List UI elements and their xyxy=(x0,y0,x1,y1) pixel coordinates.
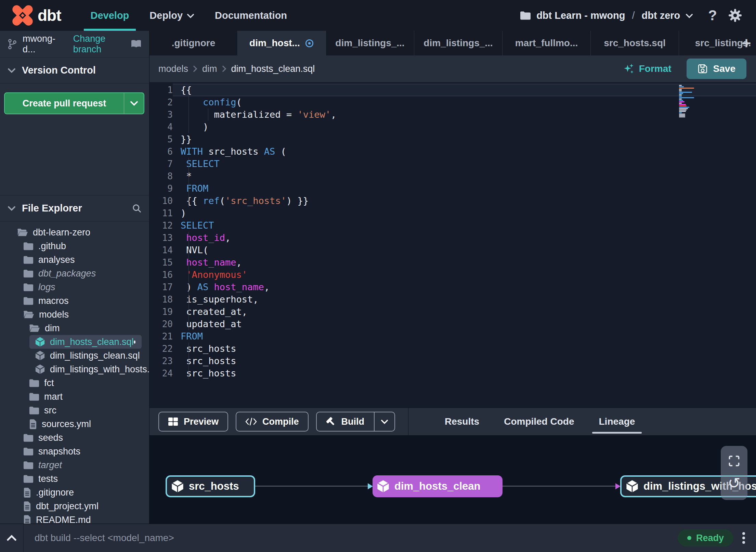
tree-item-dim-listings-with-hosts[interactable]: dim_listings_with_hosts... xyxy=(0,362,149,376)
kebab-menu-icon[interactable] xyxy=(742,532,745,544)
tree-item-github[interactable]: .github xyxy=(0,239,149,253)
tree-item-tests[interactable]: tests xyxy=(0,472,149,486)
save-button[interactable]: Save xyxy=(687,59,746,79)
new-tab-button[interactable]: + xyxy=(739,31,754,55)
code-line[interactable]: 11) xyxy=(149,207,756,219)
nav-deploy[interactable]: Deploy xyxy=(139,0,205,31)
refresh-icon[interactable]: ↺ xyxy=(728,476,741,491)
button-preview[interactable]: Preview xyxy=(158,412,228,432)
version-control-header[interactable]: Version Control xyxy=(0,57,149,84)
tree-item-seeds[interactable]: seeds xyxy=(0,431,149,445)
tree-item-mart[interactable]: mart xyxy=(0,390,149,403)
tree-item-fct[interactable]: fct xyxy=(0,376,149,390)
line-number: 17 xyxy=(149,281,173,293)
code-line[interactable]: 14 NVL( xyxy=(149,244,756,256)
lineage-node-label: src_hosts xyxy=(189,480,239,492)
change-branch-link[interactable]: Change branch xyxy=(73,34,131,55)
code-line[interactable]: 23 src_hosts xyxy=(149,355,756,367)
code-line[interactable]: 20 updated_at xyxy=(149,318,756,330)
tab-mart-fullmo[interactable]: mart_fullmo... xyxy=(503,31,591,55)
code-line[interactable]: 5}} xyxy=(149,133,756,145)
code-line[interactable]: 6WITH src_hosts AS ( xyxy=(149,145,756,158)
tree-item-analyses[interactable]: analyses xyxy=(0,253,149,267)
tab-dim-host[interactable]: dim_host... xyxy=(238,31,326,55)
fullscreen-icon[interactable] xyxy=(729,455,740,466)
code-line[interactable]: 21FROM xyxy=(149,330,756,343)
code-line[interactable]: 15 host_name, xyxy=(149,256,756,269)
search-icon[interactable] xyxy=(132,204,142,213)
pull-request-dropdown-chevron[interactable] xyxy=(124,93,144,114)
tree-item-dim[interactable]: dim xyxy=(0,321,149,335)
version-control-title: Version Control xyxy=(22,65,96,76)
dbt-logo[interactable]: dbt xyxy=(12,4,61,26)
code-line[interactable]: 16 'Anonymous' xyxy=(149,269,756,281)
create-pull-request-button[interactable]: Create pull request xyxy=(4,92,144,114)
nav-label: Develop xyxy=(91,10,129,21)
tree-item-dbt-learn-zero[interactable]: dbt-learn-zero xyxy=(0,226,149,239)
folder-open-icon xyxy=(23,310,34,319)
code-line[interactable]: 18 is_superhost, xyxy=(149,293,756,306)
lineage-node-dim-hosts-clean[interactable]: dim_hosts_clean xyxy=(373,475,503,497)
line-number: 1 xyxy=(149,84,173,96)
project-picker[interactable]: dbt Learn - mwong / dbt zero xyxy=(520,10,693,21)
button-compile[interactable]: Compile xyxy=(236,412,309,432)
tree-item-logs[interactable]: logs xyxy=(0,280,149,294)
tab-gitignore[interactable]: .gitignore xyxy=(149,31,238,55)
panel-tab-results[interactable]: Results xyxy=(432,408,492,435)
panel-tab-lineage[interactable]: Lineage xyxy=(587,408,648,435)
code-line[interactable]: 17 ) AS host_name, xyxy=(149,281,756,293)
code-line[interactable]: 7 SELECT xyxy=(149,158,756,170)
create-pull-request-label[interactable]: Create pull request xyxy=(5,93,124,114)
tree-item-snapshots[interactable]: snapshots xyxy=(0,445,149,458)
breadcrumb-segment[interactable]: dim xyxy=(202,64,217,74)
code-line[interactable]: 22 src_hosts xyxy=(149,343,756,355)
code-editor[interactable]: 1{{2 config(3 materialized = 'view',4 )5… xyxy=(149,82,756,408)
code-line[interactable]: 2 config( xyxy=(149,96,756,108)
tree-item-src[interactable]: src xyxy=(0,403,149,417)
tab-dim-listings[interactable]: dim_listings_... xyxy=(414,31,503,55)
tree-item-gitignore[interactable]: .gitignore xyxy=(0,486,149,499)
button-build[interactable]: Build xyxy=(316,412,395,432)
build-dropdown-chevron[interactable] xyxy=(374,412,394,431)
gear-icon[interactable] xyxy=(729,9,742,22)
format-label: Format xyxy=(639,63,672,74)
tree-item-models[interactable]: models xyxy=(0,308,149,321)
docs-book-icon[interactable] xyxy=(131,39,142,49)
tab-dim-listings[interactable]: dim_listings_... xyxy=(326,31,414,55)
tree-item-label: target xyxy=(38,460,62,471)
tree-item-sources-yml[interactable]: sources.yml xyxy=(0,417,149,431)
panel-tab-compiled-code[interactable]: Compiled Code xyxy=(492,408,586,435)
code-line[interactable]: 13 host_id, xyxy=(149,232,756,244)
tree-item-dbt-packages[interactable]: dbt_packages xyxy=(0,267,149,280)
code-line[interactable]: 1{{ xyxy=(149,84,756,96)
code-line[interactable]: 19 created_at, xyxy=(149,306,756,318)
breadcrumb-segment[interactable]: dim_hosts_clean.sql xyxy=(231,64,315,74)
code-line[interactable]: 12SELECT xyxy=(149,219,756,232)
command-input[interactable]: dbt build --select <model_name> xyxy=(35,532,174,543)
code-line[interactable]: 4 ) xyxy=(149,121,756,133)
lineage-node-src-hosts[interactable]: src_hosts xyxy=(166,475,255,497)
code-line[interactable]: 8 * xyxy=(149,170,756,182)
format-button[interactable]: Format xyxy=(623,63,672,74)
code-line[interactable]: 9 FROM xyxy=(149,182,756,195)
tree-item-target[interactable]: target xyxy=(0,458,149,472)
code-text: WITH src_hosts AS ( xyxy=(173,145,756,158)
nav-develop[interactable]: Develop xyxy=(80,0,140,31)
dbt-logo-icon xyxy=(12,4,34,26)
tree-item-macros[interactable]: macros xyxy=(0,294,149,308)
code-line[interactable]: 3 materialized = 'view', xyxy=(149,108,756,121)
breadcrumb-segment[interactable]: models xyxy=(158,64,188,74)
chevron-up-icon[interactable] xyxy=(0,535,23,541)
line-number: 13 xyxy=(149,232,173,244)
tree-item-dbt-project-yml[interactable]: dbt_project.yml xyxy=(0,499,149,513)
tab-src-hosts-sql[interactable]: src_hosts.sql xyxy=(591,31,679,55)
tree-item-dim-hosts-clean-sql[interactable]: dim_hosts_clean.sql xyxy=(29,335,142,349)
tree-item-dim-listings-clean-sql[interactable]: dim_listings_clean.sql xyxy=(0,349,149,362)
code-line[interactable]: 10 {{ ref('src_hosts') }} xyxy=(149,195,756,207)
tree-item-readme-md[interactable]: README.md xyxy=(0,513,149,524)
code-line[interactable]: 24 src_hosts xyxy=(149,367,756,380)
minimap[interactable] xyxy=(679,85,700,118)
help-button[interactable]: ? xyxy=(708,7,717,24)
file-explorer-header[interactable]: File Explorer xyxy=(0,195,149,221)
nav-documentation[interactable]: Documentation xyxy=(205,0,297,31)
